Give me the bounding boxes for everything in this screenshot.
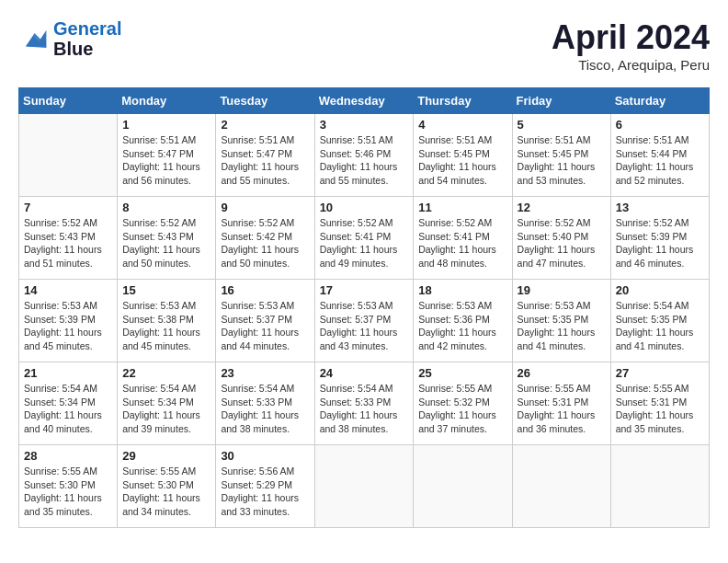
title-area: April 2024 Tisco, Arequipa, Peru (552, 18, 710, 73)
day-info: Sunrise: 5:53 AMSunset: 5:39 PMDaylight:… (24, 299, 112, 353)
calendar-cell: 4Sunrise: 5:51 AMSunset: 5:45 PMDaylight… (414, 114, 512, 197)
day-number: 2 (221, 118, 309, 132)
calendar-cell: 14Sunrise: 5:53 AMSunset: 5:39 PMDayligh… (19, 280, 118, 362)
calendar-cell: 26Sunrise: 5:55 AMSunset: 5:31 PMDayligh… (512, 362, 610, 445)
day-number: 3 (320, 118, 409, 132)
day-info: Sunrise: 5:52 AMSunset: 5:41 PMDaylight:… (320, 216, 409, 270)
day-number: 15 (122, 283, 210, 297)
calendar-cell: 12Sunrise: 5:52 AMSunset: 5:40 PMDayligh… (512, 197, 610, 280)
logo: General Blue (18, 18, 121, 59)
day-info: Sunrise: 5:55 AMSunset: 5:32 PMDaylight:… (418, 382, 506, 436)
day-number: 8 (122, 201, 210, 214)
day-info: Sunrise: 5:54 AMSunset: 5:34 PMDaylight:… (24, 382, 112, 436)
day-number: 1 (122, 118, 210, 132)
week-row-5: 28Sunrise: 5:55 AMSunset: 5:30 PMDayligh… (19, 445, 710, 528)
week-row-4: 21Sunrise: 5:54 AMSunset: 5:34 PMDayligh… (19, 362, 710, 445)
day-info: Sunrise: 5:51 AMSunset: 5:46 PMDaylight:… (320, 133, 409, 188)
calendar-cell (19, 114, 118, 197)
day-number: 7 (24, 201, 112, 214)
calendar-cell: 13Sunrise: 5:52 AMSunset: 5:39 PMDayligh… (610, 197, 709, 280)
calendar-cell: 24Sunrise: 5:54 AMSunset: 5:33 PMDayligh… (314, 362, 414, 445)
calendar-cell: 11Sunrise: 5:52 AMSunset: 5:41 PMDayligh… (414, 197, 512, 280)
calendar-cell: 15Sunrise: 5:53 AMSunset: 5:38 PMDayligh… (118, 280, 216, 362)
calendar-cell: 19Sunrise: 5:53 AMSunset: 5:35 PMDayligh… (512, 280, 610, 362)
day-info: Sunrise: 5:55 AMSunset: 5:31 PMDaylight:… (616, 382, 704, 436)
calendar-cell: 17Sunrise: 5:53 AMSunset: 5:37 PMDayligh… (314, 280, 414, 362)
weekday-header-thursday: Thursday (414, 88, 512, 114)
day-info: Sunrise: 5:52 AMSunset: 5:43 PMDaylight:… (122, 216, 210, 270)
calendar-cell: 1Sunrise: 5:51 AMSunset: 5:47 PMDaylight… (118, 114, 216, 197)
calendar-cell (414, 445, 512, 528)
day-info: Sunrise: 5:53 AMSunset: 5:35 PMDaylight:… (518, 299, 606, 353)
day-number: 11 (418, 201, 506, 214)
day-number: 19 (518, 283, 606, 297)
day-info: Sunrise: 5:52 AMSunset: 5:42 PMDaylight:… (221, 216, 309, 270)
day-number: 30 (221, 449, 309, 463)
calendar-cell (314, 445, 414, 528)
day-info: Sunrise: 5:51 AMSunset: 5:45 PMDaylight:… (418, 133, 506, 188)
calendar-cell: 30Sunrise: 5:56 AMSunset: 5:29 PMDayligh… (216, 445, 314, 528)
calendar-cell (610, 445, 709, 528)
calendar-cell: 2Sunrise: 5:51 AMSunset: 5:47 PMDaylight… (216, 114, 314, 197)
calendar-cell (512, 445, 610, 528)
calendar-cell: 23Sunrise: 5:54 AMSunset: 5:33 PMDayligh… (216, 362, 314, 445)
weekday-header-friday: Friday (512, 88, 610, 114)
day-number: 29 (122, 449, 210, 463)
day-number: 4 (418, 118, 506, 132)
logo-icon (18, 26, 48, 52)
weekday-header-tuesday: Tuesday (216, 88, 314, 114)
day-info: Sunrise: 5:53 AMSunset: 5:37 PMDaylight:… (320, 299, 409, 353)
day-number: 14 (24, 283, 112, 297)
calendar-cell: 10Sunrise: 5:52 AMSunset: 5:41 PMDayligh… (314, 197, 414, 280)
calendar-cell: 6Sunrise: 5:51 AMSunset: 5:44 PMDaylight… (610, 114, 709, 197)
day-number: 13 (616, 201, 704, 214)
calendar-cell: 25Sunrise: 5:55 AMSunset: 5:32 PMDayligh… (414, 362, 512, 445)
calendar-cell: 8Sunrise: 5:52 AMSunset: 5:43 PMDaylight… (118, 197, 216, 280)
day-number: 12 (518, 201, 606, 214)
calendar-cell: 22Sunrise: 5:54 AMSunset: 5:34 PMDayligh… (118, 362, 216, 445)
day-info: Sunrise: 5:56 AMSunset: 5:29 PMDaylight:… (221, 465, 309, 519)
week-row-3: 14Sunrise: 5:53 AMSunset: 5:39 PMDayligh… (19, 280, 710, 362)
day-info: Sunrise: 5:51 AMSunset: 5:47 PMDaylight:… (221, 133, 309, 188)
day-number: 5 (518, 118, 606, 132)
day-number: 17 (320, 283, 409, 297)
calendar-cell: 28Sunrise: 5:55 AMSunset: 5:30 PMDayligh… (19, 445, 118, 528)
day-info: Sunrise: 5:51 AMSunset: 5:45 PMDaylight:… (518, 133, 606, 188)
weekday-header-row: SundayMondayTuesdayWednesdayThursdayFrid… (19, 88, 710, 114)
calendar-table: SundayMondayTuesdayWednesdayThursdayFrid… (18, 87, 710, 528)
calendar-cell: 20Sunrise: 5:54 AMSunset: 5:35 PMDayligh… (610, 280, 709, 362)
day-number: 22 (122, 366, 210, 380)
location-subtitle: Tisco, Arequipa, Peru (552, 57, 710, 73)
day-info: Sunrise: 5:54 AMSunset: 5:33 PMDaylight:… (221, 382, 309, 436)
day-number: 21 (24, 366, 112, 380)
day-info: Sunrise: 5:53 AMSunset: 5:36 PMDaylight:… (418, 299, 506, 353)
calendar-cell: 27Sunrise: 5:55 AMSunset: 5:31 PMDayligh… (610, 362, 709, 445)
calendar-cell: 18Sunrise: 5:53 AMSunset: 5:36 PMDayligh… (414, 280, 512, 362)
day-number: 24 (320, 366, 409, 380)
day-info: Sunrise: 5:52 AMSunset: 5:40 PMDaylight:… (518, 216, 606, 270)
calendar-cell: 5Sunrise: 5:51 AMSunset: 5:45 PMDaylight… (512, 114, 610, 197)
day-info: Sunrise: 5:54 AMSunset: 5:33 PMDaylight:… (320, 382, 409, 436)
month-title: April 2024 (552, 18, 710, 57)
weekday-header-monday: Monday (118, 88, 216, 114)
weekday-header-saturday: Saturday (610, 88, 709, 114)
weekday-header-wednesday: Wednesday (314, 88, 414, 114)
logo-text: General Blue (53, 18, 121, 59)
day-number: 18 (418, 283, 506, 297)
day-number: 26 (518, 366, 606, 380)
day-info: Sunrise: 5:55 AMSunset: 5:30 PMDaylight:… (24, 465, 112, 519)
calendar-cell: 9Sunrise: 5:52 AMSunset: 5:42 PMDaylight… (216, 197, 314, 280)
day-number: 6 (616, 118, 704, 132)
calendar-cell: 16Sunrise: 5:53 AMSunset: 5:37 PMDayligh… (216, 280, 314, 362)
day-number: 16 (221, 283, 309, 297)
calendar-cell: 7Sunrise: 5:52 AMSunset: 5:43 PMDaylight… (19, 197, 118, 280)
day-info: Sunrise: 5:55 AMSunset: 5:31 PMDaylight:… (518, 382, 606, 436)
day-number: 9 (221, 201, 309, 214)
day-info: Sunrise: 5:51 AMSunset: 5:47 PMDaylight:… (122, 133, 210, 188)
day-info: Sunrise: 5:53 AMSunset: 5:38 PMDaylight:… (122, 299, 210, 353)
calendar-cell: 29Sunrise: 5:55 AMSunset: 5:30 PMDayligh… (118, 445, 216, 528)
day-info: Sunrise: 5:54 AMSunset: 5:35 PMDaylight:… (616, 299, 704, 353)
day-number: 23 (221, 366, 309, 380)
page-header: General Blue April 2024 Tisco, Arequipa,… (18, 18, 710, 73)
day-number: 10 (320, 201, 409, 214)
